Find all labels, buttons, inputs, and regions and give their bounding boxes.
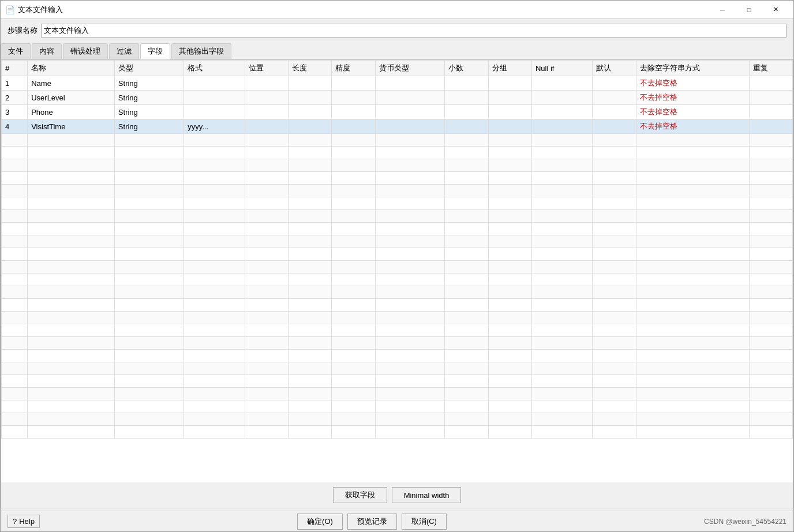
cell-1-6[interactable] bbox=[332, 91, 375, 105]
cell-0-1[interactable]: Name bbox=[28, 76, 115, 91]
cell-1-5[interactable] bbox=[289, 91, 332, 105]
empty-cell-27-10 bbox=[531, 426, 592, 439]
cell-0-9[interactable] bbox=[488, 76, 531, 91]
empty-cell-8-8 bbox=[445, 185, 488, 197]
empty-cell-14-0 bbox=[2, 261, 28, 274]
get-fields-button[interactable]: 获取字段 bbox=[333, 487, 387, 503]
cell-0-2[interactable]: String bbox=[114, 76, 184, 91]
cell-1-10[interactable] bbox=[531, 91, 592, 105]
cell-3-10[interactable] bbox=[531, 119, 592, 134]
empty-cell-22-13 bbox=[749, 362, 792, 375]
help-button[interactable]: ? Help bbox=[8, 515, 40, 528]
cell-3-1[interactable]: VisistTime bbox=[28, 119, 115, 134]
cell-3-5[interactable] bbox=[289, 119, 332, 134]
cell-2-9[interactable] bbox=[488, 105, 531, 119]
cell-0-4[interactable] bbox=[245, 76, 288, 91]
preview-button[interactable]: 预览记录 bbox=[347, 514, 397, 530]
empty-cell-9-2 bbox=[114, 197, 184, 210]
cell-2-2[interactable]: String bbox=[114, 105, 184, 119]
minimal-width-button[interactable]: Minimal width bbox=[392, 487, 462, 503]
cell-0-6[interactable] bbox=[332, 76, 375, 91]
cell-2-3[interactable] bbox=[184, 105, 245, 119]
cell-0-11[interactable] bbox=[593, 76, 636, 91]
cell-2-4[interactable] bbox=[245, 105, 288, 119]
cell-1-7[interactable] bbox=[375, 91, 445, 105]
cell-1-4[interactable] bbox=[245, 91, 288, 105]
tab-error[interactable]: 错误处理 bbox=[63, 43, 108, 59]
empty-cell-26-10 bbox=[531, 413, 592, 426]
empty-cell-25-9 bbox=[488, 400, 531, 413]
cell-0-0[interactable]: 1 bbox=[2, 76, 28, 91]
empty-cell-16-9 bbox=[488, 286, 531, 299]
cell-0-7[interactable] bbox=[375, 76, 445, 91]
cell-2-5[interactable] bbox=[289, 105, 332, 119]
cell-1-0[interactable]: 2 bbox=[2, 91, 28, 105]
table-row[interactable]: 4VisistTimeStringyyyy...不去掉空格 bbox=[2, 119, 793, 134]
cell-2-10[interactable] bbox=[531, 105, 592, 119]
empty-cell-6-7 bbox=[375, 159, 445, 172]
empty-cell-22-11 bbox=[593, 362, 636, 375]
tab-file[interactable]: 文件 bbox=[1, 43, 31, 59]
empty-cell-5-4 bbox=[245, 147, 288, 159]
cell-3-11[interactable] bbox=[593, 119, 636, 134]
cell-3-8[interactable] bbox=[445, 119, 488, 134]
cell-0-12[interactable]: 不去掉空格 bbox=[636, 76, 749, 91]
table-row-empty bbox=[2, 337, 793, 350]
cell-1-9[interactable] bbox=[488, 91, 531, 105]
tab-filter[interactable]: 过滤 bbox=[109, 43, 139, 59]
cell-3-12[interactable]: 不去掉空格 bbox=[636, 119, 749, 134]
cell-2-11[interactable] bbox=[593, 105, 636, 119]
cell-3-2[interactable]: String bbox=[114, 119, 184, 134]
tab-fields[interactable]: 字段 bbox=[140, 43, 170, 59]
cell-1-3[interactable] bbox=[184, 91, 245, 105]
cell-1-1[interactable]: UserLevel bbox=[28, 91, 115, 105]
cell-0-5[interactable] bbox=[289, 76, 332, 91]
cell-3-9[interactable] bbox=[488, 119, 531, 134]
empty-cell-20-6 bbox=[332, 337, 375, 350]
tab-content[interactable]: 内容 bbox=[32, 43, 62, 59]
cell-3-13[interactable] bbox=[749, 119, 792, 134]
cell-2-13[interactable] bbox=[749, 105, 792, 119]
minimize-button[interactable]: ─ bbox=[709, 1, 736, 19]
ok-button[interactable]: 确定(O) bbox=[297, 514, 343, 530]
step-name-input[interactable] bbox=[41, 24, 786, 38]
cell-2-6[interactable] bbox=[332, 105, 375, 119]
cell-0-13[interactable] bbox=[749, 76, 792, 91]
cell-1-8[interactable] bbox=[445, 91, 488, 105]
cell-3-4[interactable] bbox=[245, 119, 288, 134]
cell-3-0[interactable]: 4 bbox=[2, 119, 28, 134]
empty-cell-13-1 bbox=[28, 248, 115, 261]
cell-1-12[interactable]: 不去掉空格 bbox=[636, 91, 749, 105]
empty-cell-21-1 bbox=[28, 350, 115, 362]
empty-cell-7-1 bbox=[28, 172, 115, 185]
empty-cell-25-6 bbox=[332, 400, 375, 413]
table-row[interactable]: 1NameString不去掉空格 bbox=[2, 76, 793, 91]
cell-0-10[interactable] bbox=[531, 76, 592, 91]
tab-other[interactable]: 其他输出字段 bbox=[171, 43, 231, 59]
cancel-button[interactable]: 取消(C) bbox=[402, 514, 447, 530]
cell-1-2[interactable]: String bbox=[114, 91, 184, 105]
empty-cell-11-0 bbox=[2, 223, 28, 235]
maximize-button[interactable]: □ bbox=[736, 1, 762, 19]
empty-cell-17-9 bbox=[488, 299, 531, 312]
cell-3-7[interactable] bbox=[375, 119, 445, 134]
empty-cell-26-0 bbox=[2, 413, 28, 426]
cell-2-7[interactable] bbox=[375, 105, 445, 119]
cell-1-11[interactable] bbox=[593, 91, 636, 105]
cell-2-1[interactable]: Phone bbox=[28, 105, 115, 119]
empty-cell-8-13 bbox=[749, 185, 792, 197]
close-button[interactable]: ✕ bbox=[762, 1, 789, 19]
cell-2-12[interactable]: 不去掉空格 bbox=[636, 105, 749, 119]
empty-cell-6-1 bbox=[28, 159, 115, 172]
cell-1-13[interactable] bbox=[749, 91, 792, 105]
table-row[interactable]: 2UserLevelString不去掉空格 bbox=[2, 91, 793, 105]
empty-cell-23-10 bbox=[531, 375, 592, 388]
cell-0-8[interactable] bbox=[445, 76, 488, 91]
cell-2-0[interactable]: 3 bbox=[2, 105, 28, 119]
cell-2-8[interactable] bbox=[445, 105, 488, 119]
cell-3-6[interactable] bbox=[332, 119, 375, 134]
cell-3-3[interactable]: yyyy... bbox=[184, 119, 245, 134]
table-row[interactable]: 3PhoneString不去掉空格 bbox=[2, 105, 793, 119]
empty-cell-22-4 bbox=[245, 362, 288, 375]
cell-0-3[interactable] bbox=[184, 76, 245, 91]
